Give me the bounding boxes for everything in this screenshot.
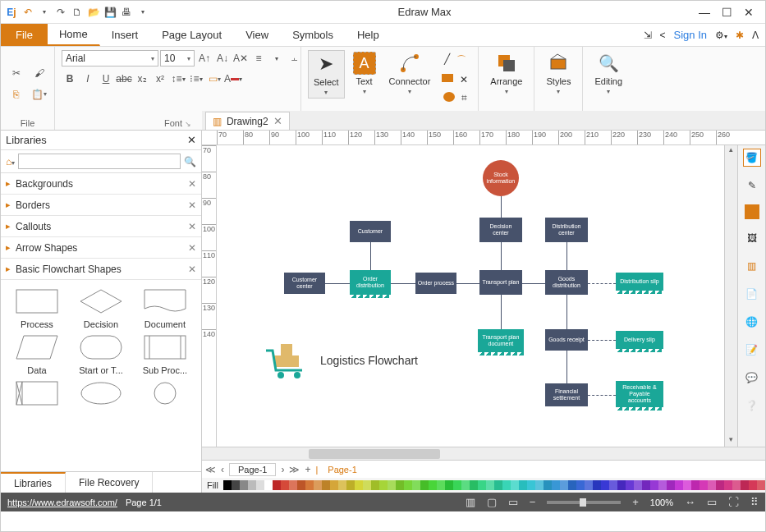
swatch[interactable] — [511, 480, 519, 490]
status-url[interactable]: https://www.edrawsoft.com/ — [7, 498, 117, 507]
library-category[interactable]: ▸Basic Flowchart Shapes✕ — [1, 259, 201, 280]
collapse-ribbon-icon[interactable]: ᐱ — [752, 30, 759, 41]
page-tab[interactable]: Page-1 — [229, 463, 276, 476]
swatch[interactable] — [478, 480, 486, 490]
close-icon[interactable]: ✕ — [187, 134, 196, 146]
swatch[interactable] — [527, 480, 535, 490]
undo-dropdown-icon[interactable]: ▾ — [37, 5, 52, 20]
save-icon[interactable]: 💾 — [103, 5, 117, 20]
increase-font-icon[interactable]: A↑ — [196, 50, 213, 66]
shape-subprocess[interactable]: Sub Proc... — [139, 365, 191, 375]
tab-page-layout[interactable]: Page Layout — [150, 24, 234, 46]
italic-icon[interactable]: I — [80, 71, 96, 87]
rect-tool-icon[interactable] — [442, 74, 453, 82]
swatch[interactable] — [330, 480, 338, 490]
vertical-scrollbar[interactable]: ▴ ▾ — [724, 145, 737, 447]
library-category[interactable]: ▸Backgrounds✕ — [1, 173, 201, 195]
zoom-out-icon[interactable]: − — [530, 496, 536, 508]
swatch[interactable] — [248, 480, 256, 490]
node-cust-center[interactable]: Customer center — [284, 273, 325, 294]
page-last-icon[interactable]: ≫ — [289, 464, 300, 475]
format-painter-icon[interactable]: 🖌 — [31, 65, 48, 81]
view-normal-icon[interactable]: ▥ — [466, 496, 475, 508]
clear-format-icon[interactable]: A✕ — [232, 50, 249, 66]
new-doc-icon[interactable]: 🗋 — [70, 5, 85, 20]
library-category[interactable]: ▸Arrow Shapes✕ — [1, 237, 201, 259]
swatch[interactable] — [494, 480, 502, 490]
shape-process[interactable]: Process — [11, 319, 63, 329]
line-tool-icon[interactable]: ╱ — [444, 53, 450, 67]
swatch[interactable] — [453, 480, 461, 490]
close-window-icon[interactable]: ✕ — [744, 6, 754, 19]
document-tab[interactable]: ▥ Drawing2 ✕ — [205, 112, 290, 130]
search-icon[interactable]: 🔍 — [184, 156, 196, 167]
print-icon[interactable]: 🖶 — [119, 5, 134, 20]
swatch[interactable] — [314, 480, 322, 490]
swatch[interactable] — [273, 480, 281, 490]
node-dist-center[interactable]: Distribution center — [545, 218, 588, 242]
swatch[interactable] — [642, 480, 650, 490]
swatch[interactable] — [437, 480, 445, 490]
settings-gear-icon[interactable]: ⚙▾ — [715, 30, 727, 41]
swatch[interactable] — [256, 480, 264, 490]
swatch[interactable] — [429, 480, 437, 490]
swatch[interactable] — [371, 480, 379, 490]
library-category[interactable]: ▸Borders✕ — [1, 195, 201, 216]
move-tool-icon[interactable]: ✕ — [460, 74, 468, 85]
page-add-icon[interactable]: + — [305, 464, 310, 475]
swatch[interactable] — [412, 480, 420, 490]
editing-button[interactable]: 🔍 Editing ▾ — [589, 50, 627, 97]
share-icon[interactable]: < — [660, 30, 666, 41]
page-icon[interactable]: 📄 — [743, 285, 761, 303]
ellipse-tool-icon[interactable] — [443, 92, 455, 102]
fit-width-icon[interactable]: ↔ — [685, 496, 695, 508]
page-first-icon[interactable]: ≪ — [205, 464, 216, 475]
fit-page-icon[interactable]: ▭ — [707, 496, 717, 508]
font-family-select[interactable]: Arial▾ — [62, 50, 158, 66]
swatch[interactable] — [346, 480, 355, 490]
close-icon[interactable]: ✕ — [188, 178, 196, 190]
superscript-icon[interactable]: x² — [152, 71, 168, 87]
tab-home[interactable]: Home — [48, 24, 100, 46]
line-spacing-icon[interactable]: ↕≡▾ — [170, 71, 186, 87]
swatch[interactable] — [560, 480, 568, 490]
swatch[interactable] — [388, 480, 396, 490]
horizontal-scrollbar[interactable] — [202, 447, 765, 460]
redo-icon[interactable]: ↷ — [53, 5, 68, 20]
highlight-icon[interactable]: ▭▾ — [206, 71, 222, 87]
swatch[interactable] — [552, 480, 560, 490]
note-icon[interactable]: 📝 — [743, 341, 761, 359]
swatch[interactable] — [675, 480, 683, 490]
fill-bucket-icon[interactable]: 🪣 — [743, 149, 761, 167]
swatch[interactable] — [379, 480, 388, 490]
swatch[interactable] — [535, 480, 544, 490]
node-decision-center[interactable]: Decision center — [479, 218, 522, 242]
font-size-select[interactable]: 10▾ — [160, 50, 195, 66]
decrease-font-icon[interactable]: A↓ — [214, 50, 231, 66]
copy-icon[interactable]: ⎘ — [8, 86, 25, 103]
node-customer[interactable]: Customer — [350, 221, 391, 242]
tab-view[interactable]: View — [234, 24, 281, 46]
zoom-slider[interactable] — [547, 501, 621, 504]
swatch[interactable] — [601, 480, 609, 490]
swatch[interactable] — [297, 480, 305, 490]
swatch[interactable] — [240, 480, 248, 490]
view-outline-icon[interactable]: ▢ — [487, 496, 497, 508]
maximize-icon[interactable]: ☐ — [722, 6, 732, 19]
swatch[interactable] — [593, 480, 601, 490]
close-icon[interactable]: ✕ — [188, 221, 196, 232]
swatch[interactable] — [757, 480, 765, 490]
node-order-proc[interactable]: Order process — [415, 273, 456, 294]
swatch[interactable] — [338, 480, 346, 490]
swatch[interactable] — [691, 480, 699, 490]
swatch[interactable] — [363, 480, 371, 490]
swatch[interactable] — [470, 480, 478, 490]
globe-icon[interactable]: 🌐 — [743, 313, 761, 331]
node-trans-plan[interactable]: Transport plan — [479, 270, 522, 295]
node-tplan-doc[interactable]: Transport plan document — [478, 329, 524, 352]
arc-tool-icon[interactable]: ⌒ — [456, 53, 466, 67]
swatch[interactable] — [232, 480, 240, 490]
node-rec-pay[interactable]: Receivable & Payable accounts — [616, 381, 663, 407]
swatch[interactable] — [461, 480, 470, 490]
swatch[interactable] — [486, 480, 494, 490]
